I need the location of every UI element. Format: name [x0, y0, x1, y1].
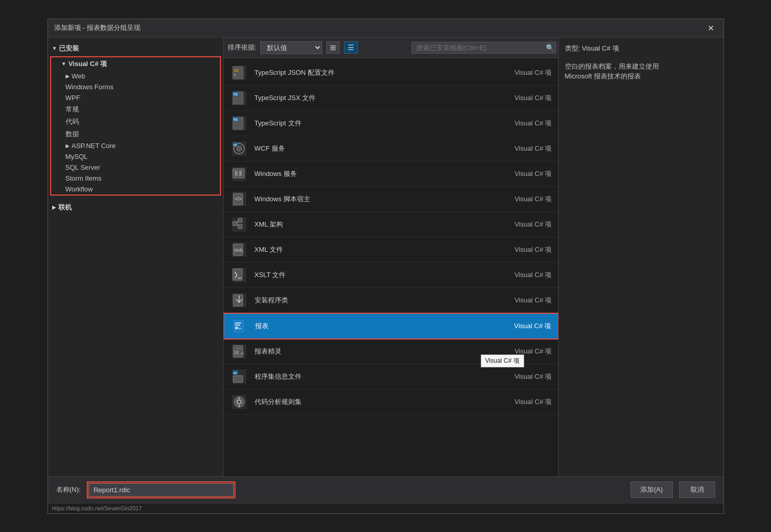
svg-rect-20: [239, 171, 242, 176]
list-item[interactable]: 安装程序类 Visual C# 项: [224, 288, 558, 313]
right-panel: 类型: Visual C# 项 空白的报表档案，用来建立使用Microsoft …: [558, 38, 723, 476]
svg-rect-27: [238, 224, 242, 229]
svg-text:</>: </>: [234, 196, 242, 202]
item-name: 报表: [255, 321, 500, 331]
item-type: Visual C# 项: [500, 144, 552, 153]
tree-item-wpf[interactable]: WPF: [61, 92, 220, 103]
online-section[interactable]: ▶ 联机: [48, 201, 223, 214]
item-icon-ts-jsx: TS: [230, 89, 248, 107]
svg-text:C#: C#: [233, 143, 237, 147]
installed-label: 已安装: [59, 44, 79, 53]
filename-input[interactable]: [89, 483, 233, 496]
item-icon-json: JS {}: [230, 63, 248, 82]
tree-item-aspnetcore[interactable]: ▶ ASP.NET Core: [61, 140, 220, 151]
svg-text:C#: C#: [233, 372, 237, 375]
item-name: TypeScript JSX 文件: [255, 93, 500, 103]
tree-item-web[interactable]: ▶ Web: [61, 71, 220, 82]
item-type: Visual C# 项: [500, 68, 552, 77]
cancel-button[interactable]: 取消: [679, 481, 715, 498]
tree-item-mysql[interactable]: MySQL: [61, 151, 220, 162]
sort-dropdown[interactable]: 默认值 名称 类型: [260, 41, 322, 54]
online-label: 联机: [58, 203, 72, 212]
item-icon-wcf: C#: [230, 139, 248, 158]
list-item-report[interactable]: 报表 Visual C# 项: [224, 313, 558, 339]
url-text: https://blog.csdn.net/SevenGin2017: [52, 505, 142, 511]
installed-section[interactable]: ▼ 已安装: [48, 42, 223, 55]
left-panel: ▼ 已安装 ▼ Visual C# 项 ▶ Web Windows Forms …: [48, 38, 224, 476]
svg-rect-41: [235, 323, 241, 324]
online-arrow: ▶: [52, 204, 56, 210]
item-type: Visual C# 项: [500, 119, 552, 128]
tree-children: ▶ Web Windows Forms WPF 常规 代码 数据 ▶ ASP.N…: [51, 71, 220, 195]
item-name: 代码分析规则集: [255, 397, 500, 407]
visual-cs-label: Visual C# 项: [68, 59, 107, 69]
svg-text:TS: TS: [233, 93, 238, 96]
list-item[interactable]: JS {} TypeScript JSON 配置文件 Visual C# 项: [224, 60, 558, 86]
list-view-button[interactable]: ☰: [344, 41, 358, 54]
tree-item-windowsforms[interactable]: Windows Forms: [61, 82, 220, 92]
svg-text:XML: XML: [234, 248, 244, 253]
item-name: Windows 服务: [255, 169, 500, 179]
svg-rect-26: [238, 218, 242, 222]
list-item[interactable]: XML 架构 Visual C# 项: [224, 212, 558, 237]
item-icon-report: [230, 317, 249, 335]
tree-item-stormitems[interactable]: Storm Items: [61, 173, 220, 184]
tree-item-code[interactable]: 代码: [61, 116, 220, 128]
item-name: TypeScript 文件: [255, 119, 500, 128]
sort-label: 排序依据:: [228, 43, 257, 52]
item-icon-script-host: </>: [230, 190, 248, 208]
visual-cs-arrow: ▼: [61, 61, 67, 67]
grid-view-button[interactable]: ⊞: [326, 41, 340, 54]
dialog-title: 添加新项 - 报表数据分组呈现: [54, 23, 141, 33]
tree-item-data[interactable]: 数据: [61, 128, 220, 140]
visual-cs-section[interactable]: ▼ Visual C# 项: [51, 57, 220, 71]
list-item[interactable]: </> Windows 脚本宿主 Visual C# 项: [224, 187, 558, 212]
svg-rect-52: [233, 376, 243, 382]
close-button[interactable]: ✕: [704, 22, 717, 34]
item-type: Visual C# 项: [500, 220, 552, 229]
svg-text:TS: TS: [233, 118, 238, 121]
item-icon-xml-schema: [230, 215, 248, 234]
list-item[interactable]: C# 程序集信息文件 Visual C# 项: [224, 364, 558, 390]
item-type: Visual C# 项: [500, 372, 552, 381]
svg-rect-40: [234, 320, 243, 332]
svg-rect-19: [235, 171, 238, 176]
tree-item-workflow[interactable]: Workflow: [61, 184, 220, 195]
svg-rect-48: [234, 350, 239, 354]
list-item[interactable]: Windows 服务 Visual C# 项: [224, 162, 558, 187]
middle-panel: 排序依据: 默认值 名称 类型 ⊞ ☰ 🔍: [224, 38, 558, 476]
item-type: Visual C# 项: [500, 270, 552, 280]
aspnetcore-arrow: ▶: [66, 143, 70, 149]
web-arrow: ▶: [66, 73, 70, 79]
search-input[interactable]: [412, 42, 556, 54]
list-item[interactable]: TS TypeScript 文件 Visual C# 项: [224, 111, 558, 136]
add-button[interactable]: 添加(A): [631, 481, 672, 498]
svg-rect-45: [237, 327, 238, 329]
item-icon-report-wizard: [230, 342, 248, 361]
list-item[interactable]: TS TypeScript JSX 文件 Visual C# 项: [224, 86, 558, 111]
svg-rect-42: [235, 325, 240, 326]
bottom-bar: 名称(N): 添加(A) 取消: [48, 476, 723, 503]
item-name: 安装程序类: [255, 296, 500, 305]
item-name: 报表精灵: [255, 347, 500, 356]
toolbar-row: 排序依据: 默认值 名称 类型 ⊞ ☰ 🔍: [224, 38, 558, 58]
item-name: TypeScript JSON 配置文件: [255, 68, 500, 77]
list-item[interactable]: 报表精灵 Visual C# 项: [224, 339, 558, 364]
item-type: Visual C# 项: [500, 169, 552, 179]
item-icon-xslt: [230, 266, 248, 284]
detail-type: 类型: Visual C# 项: [565, 44, 717, 53]
item-icon-windows-service: [230, 165, 248, 183]
svg-rect-18: [233, 169, 244, 178]
item-type: Visual C# 项: [500, 347, 552, 356]
item-icon-assembly: C#: [230, 367, 248, 386]
tree-item-general[interactable]: 常规: [61, 103, 220, 116]
tree-item-sqlserver[interactable]: SQL Server: [61, 162, 220, 173]
item-name: XSLT 文件: [255, 270, 500, 280]
list-item[interactable]: C# WCF 服务 Visual C# 项: [224, 136, 558, 162]
item-type: Visual C# 项: [500, 245, 552, 254]
list-item[interactable]: XML XML 文件 Visual C# 项: [224, 237, 558, 263]
list-item[interactable]: 代码分析规则集 Visual C# 项: [224, 390, 558, 415]
items-list: JS {} TypeScript JSON 配置文件 Visual C# 项: [224, 58, 558, 476]
item-type: Visual C# 项: [500, 93, 552, 103]
list-item[interactable]: XSLT 文件 Visual C# 项: [224, 263, 558, 288]
